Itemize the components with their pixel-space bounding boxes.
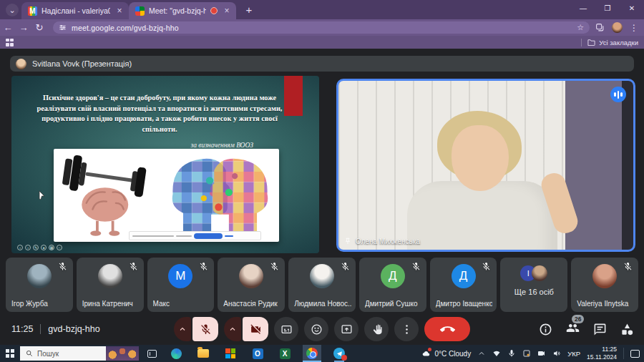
participant-tile[interactable]: Valeriya Ilnytska: [571, 258, 638, 312]
taskbar-app-telegram[interactable]: [330, 345, 348, 362]
tab-meet[interactable]: Meet: "gvd-bzjq-hho" ×: [129, 2, 236, 19]
participant-tile[interactable]: ІЩе 16 осіб: [500, 258, 567, 312]
participant-tile[interactable]: Ірина Катренич: [77, 258, 144, 312]
more-options-button[interactable]: [394, 317, 419, 341]
language-indicator[interactable]: УКР: [567, 350, 580, 358]
tab-groups-icon[interactable]: [595, 23, 605, 32]
slide-prev-button[interactable]: ‹: [17, 245, 23, 250]
mic-off-icon: [411, 262, 421, 271]
volume-icon[interactable]: [552, 349, 561, 358]
forward-button[interactable]: →: [16, 22, 31, 33]
tab-gmail[interactable]: M Надіслані - valeriya01.2005.126 ×: [21, 2, 129, 19]
participant-tile[interactable]: Ігор Журба: [6, 258, 73, 312]
slide-next-button[interactable]: ›: [25, 245, 31, 250]
url-bar[interactable]: meet.google.com/gvd-bzjq-hho ☆: [53, 21, 590, 34]
window-close-button[interactable]: ✕: [620, 0, 644, 16]
chat-panel-button[interactable]: [593, 323, 607, 336]
taskbar-app-excel[interactable]: X: [275, 345, 294, 362]
taskbar-app-edge[interactable]: [167, 345, 185, 362]
meeting-details-icon[interactable]: [539, 323, 552, 336]
close-tab-icon[interactable]: ×: [114, 6, 125, 16]
all-bookmarks-button[interactable]: Усі закладки: [581, 39, 638, 47]
window-maximize-button[interactable]: ❐: [595, 0, 620, 16]
cookie-link[interactable]: [225, 235, 233, 237]
pin-icon: [344, 237, 351, 245]
slide-pen-button[interactable]: ✎: [33, 245, 39, 250]
presenter-banner: Svitlana Vovk (Презентація): [10, 56, 634, 72]
participant-name: Valeriya Ilnytska: [577, 300, 634, 308]
participant-avatar: [592, 264, 617, 288]
taskbar-app-chrome[interactable]: [303, 345, 321, 362]
participant-name: Ірина Катренич: [82, 300, 140, 308]
excel-icon: X: [280, 348, 291, 359]
mouse-cursor: [39, 190, 46, 200]
presentation-slide[interactable]: Психічне здоров'я – це стан добробуту, п…: [11, 76, 319, 253]
slide-highlight-button[interactable]: ●: [41, 245, 47, 250]
participant-name: Дмитрий Сушко: [365, 300, 422, 308]
presenter-avatar: [16, 59, 26, 69]
tab-search-button[interactable]: ⌄: [6, 4, 19, 16]
camera-in-use-icon[interactable]: [537, 349, 546, 358]
start-button[interactable]: [0, 345, 20, 362]
camera-options-button[interactable]: [224, 317, 241, 341]
captions-button[interactable]: [274, 317, 298, 341]
active-speaker-video[interactable]: Олена Михженська: [336, 79, 635, 252]
end-call-button[interactable]: [424, 317, 470, 341]
browser-menu-button[interactable]: ⋮: [630, 23, 638, 33]
participant-tile[interactable]: Д Дмитро Іващенко: [430, 258, 497, 312]
taskbar-search-input[interactable]: Пошук: [20, 346, 139, 361]
taskbar-time: 11:25: [602, 346, 617, 353]
people-panel-button[interactable]: 26: [566, 321, 580, 338]
activities-button[interactable]: [620, 323, 634, 336]
participant-tile[interactable]: Людмила Новос...: [288, 258, 356, 312]
taskbar-app-explorer[interactable]: [194, 345, 213, 362]
participant-avatar: [98, 264, 122, 288]
microphone-tray-icon[interactable]: [507, 349, 516, 358]
slide-grid-button[interactable]: ▦: [49, 245, 54, 250]
participant-avatar: М: [168, 264, 192, 288]
onedrive-tray-icon[interactable]: [522, 349, 531, 358]
file-explorer-icon: [197, 349, 209, 358]
camera-off-button[interactable]: [243, 317, 268, 341]
mic-muted-button[interactable]: [192, 317, 218, 341]
search-highlight-thumbnail: [106, 346, 139, 361]
participant-avatar: Д: [452, 264, 476, 288]
window-minimize-button[interactable]: —: [571, 0, 595, 16]
new-tab-button[interactable]: +: [242, 4, 256, 16]
hidden-icons-chevron[interactable]: [477, 349, 486, 358]
divider: [623, 348, 624, 359]
cookie-accept-button[interactable]: [194, 233, 223, 239]
mic-off-icon: [623, 262, 633, 271]
site-info-icon[interactable]: [59, 24, 67, 31]
weather-widget[interactable]: 0°C Cloudy: [422, 349, 471, 358]
telegram-icon: [333, 348, 345, 359]
weather-label: 0°C Cloudy: [434, 350, 471, 358]
taskbar-app-outlook[interactable]: O: [248, 345, 267, 362]
close-tab-icon[interactable]: ×: [222, 6, 232, 16]
action-center-button[interactable]: [630, 350, 640, 358]
bookmark-star-icon[interactable]: ☆: [577, 23, 584, 32]
mic-options-button[interactable]: [174, 317, 191, 341]
taskbar-date: 15.11.2024: [587, 353, 617, 361]
profile-avatar[interactable]: [612, 22, 623, 33]
participant-avatar: Д: [381, 264, 405, 288]
edge-icon: [171, 348, 182, 359]
participant-tile[interactable]: Анастасія Рудик: [218, 258, 285, 312]
reload-button[interactable]: ↻: [31, 22, 47, 33]
taskbar-clock[interactable]: 11:25 15.11.2024: [587, 346, 617, 361]
back-button[interactable]: ←: [0, 22, 16, 33]
tab-title: Meet: "gvd-bzjq-hho": [149, 6, 206, 15]
participant-tile[interactable]: М Макс: [147, 258, 215, 312]
slide-zoom-out-button[interactable]: −: [57, 245, 62, 250]
slide-body-text: Психічне здоров'я – це стан добробуту, п…: [29, 93, 291, 134]
task-view-button[interactable]: [147, 350, 157, 358]
mic-off-icon: [482, 262, 491, 271]
taskbar-app-store[interactable]: [221, 345, 240, 362]
apps-grid-icon[interactable]: [6, 39, 14, 47]
present-screen-button[interactable]: [334, 317, 358, 341]
reactions-button[interactable]: [304, 317, 328, 341]
participant-tile[interactable]: Д Дмитрий Сушко: [359, 258, 426, 312]
audio-indicator-icon: [610, 87, 626, 102]
network-icon[interactable]: [492, 349, 501, 358]
raise-hand-button[interactable]: [364, 317, 389, 341]
